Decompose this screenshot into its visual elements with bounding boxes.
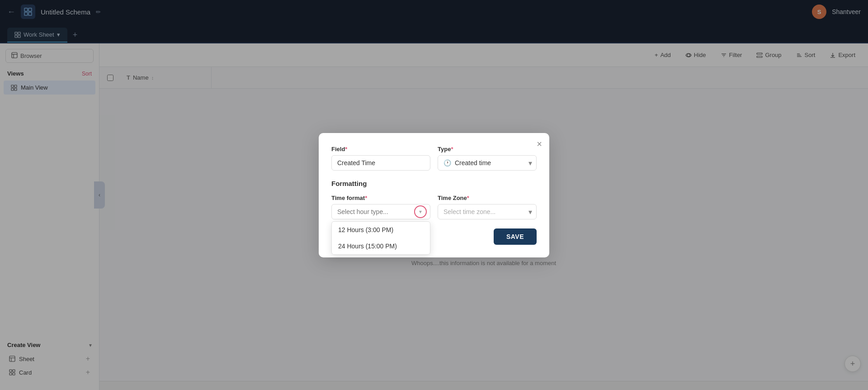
type-field: Type* 🕐 Created time ▾ bbox=[438, 146, 537, 171]
field-name-field: Field* bbox=[331, 146, 430, 171]
time-format-wrapper: ▾ 12 Hours (3:00 PM) 24 Hours (15:00 PM) bbox=[331, 204, 430, 219]
time-format-dropdown: 12 Hours (3:00 PM) 24 Hours (15:00 PM) bbox=[331, 221, 430, 255]
format-zone-row: Time format* ▾ 12 Hours (3:00 PM) 24 Hou… bbox=[331, 195, 537, 219]
time-zone-select-wrapper: Select time zone... ▾ bbox=[438, 204, 537, 219]
field-label: Field* bbox=[331, 146, 430, 152]
save-button[interactable]: SAVE bbox=[494, 228, 537, 245]
modal-close-button[interactable]: × bbox=[537, 139, 542, 148]
formatting-section: Formatting Time format* ▾ 12 Hours (3:00… bbox=[331, 180, 537, 219]
option-24h[interactable]: 24 Hours (15:00 PM) bbox=[332, 238, 430, 254]
time-zone-select[interactable]: Select time zone... bbox=[438, 204, 537, 219]
modal-overlay: × Field* Type* 🕐 Created time ▾ bbox=[0, 0, 868, 390]
time-zone-placeholder: Select time zone... bbox=[443, 208, 495, 215]
time-format-label: Time format* bbox=[331, 195, 430, 201]
option-12h[interactable]: 12 Hours (3:00 PM) bbox=[332, 222, 430, 238]
clock-icon: 🕐 bbox=[443, 159, 451, 166]
type-label: Type* bbox=[438, 146, 537, 152]
type-select[interactable]: 🕐 Created time bbox=[438, 155, 537, 171]
formatting-title: Formatting bbox=[331, 180, 537, 187]
field-name-input[interactable] bbox=[331, 155, 430, 171]
field-type-row: Field* Type* 🕐 Created time ▾ bbox=[331, 146, 537, 171]
type-value: Created time bbox=[455, 159, 491, 166]
time-format-field: Time format* ▾ 12 Hours (3:00 PM) 24 Hou… bbox=[331, 195, 430, 219]
time-format-dropdown-btn[interactable]: ▾ bbox=[414, 205, 427, 218]
type-select-wrapper: 🕐 Created time ▾ bbox=[438, 155, 537, 171]
time-zone-label: Time Zone* bbox=[438, 195, 537, 201]
field-editor-modal: × Field* Type* 🕐 Created time ▾ bbox=[319, 133, 549, 257]
time-zone-field: Time Zone* Select time zone... ▾ bbox=[438, 195, 537, 219]
